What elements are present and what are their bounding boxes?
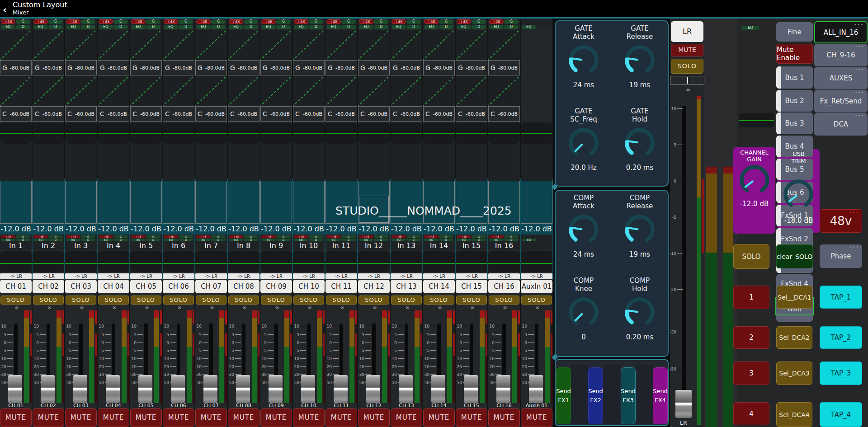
channel-mute-button[interactable]: MUTE (391, 408, 422, 427)
comp-release-knob[interactable] (623, 210, 657, 249)
comp-threshold-box[interactable]: C-60.0dB (98, 106, 129, 122)
tap-1-button[interactable]: TAP_1 (820, 286, 862, 309)
channel-gain-knob[interactable] (733, 163, 775, 199)
channel-solo-button[interactable]: SOLO (0, 296, 31, 305)
gate-pill[interactable]: G (244, 19, 258, 24)
eq-thumbnail-small[interactable] (521, 251, 552, 272)
gate-pill[interactable]: G (309, 19, 323, 24)
gate-pill[interactable]: G (48, 19, 63, 24)
master-fader-track[interactable] (682, 106, 686, 418)
eq-thumbnail-small[interactable] (0, 251, 32, 272)
gate-threshold-box[interactable]: G-80.0dB (326, 60, 357, 75)
channel-fader-handle[interactable] (269, 375, 283, 403)
channel-solo-button[interactable]: SOLO (456, 296, 487, 305)
channel-mute-button[interactable]: MUTE (423, 408, 455, 427)
channel-select-button[interactable]: CH 04 (98, 280, 129, 293)
comp-curve-display[interactable] (391, 76, 422, 106)
eq-thumbnail-small[interactable] (260, 251, 292, 272)
eq-thumbnail-small[interactable] (358, 251, 390, 272)
channel-select-button[interactable]: CH 07 (195, 280, 227, 293)
gate-threshold-box[interactable]: G-80.0dB (293, 60, 325, 75)
gain-display-box[interactable] (228, 181, 259, 224)
dynamics-pill[interactable]: D (472, 25, 486, 29)
channel-select-button[interactable]: CH 14 (423, 280, 455, 293)
eq-pill[interactable]: EQ (741, 26, 760, 30)
eq-pill[interactable]: EQ (196, 25, 211, 29)
channel-mute-button[interactable]: MUTE (260, 408, 292, 427)
channel-fader-handle[interactable] (106, 375, 120, 403)
channel-fader-handle[interactable] (171, 375, 185, 403)
phantom-48v-pill[interactable]: +48 (392, 19, 406, 24)
gate-pill[interactable]: G (146, 19, 160, 24)
channel-solo-button[interactable]: SOLO (424, 296, 454, 305)
eq-thumbnail[interactable] (326, 122, 357, 144)
eq-pill[interactable]: EQ (359, 25, 373, 29)
gate-hold-knob[interactable] (623, 123, 657, 162)
gate-sc-freq-knob[interactable] (566, 123, 601, 162)
channel-mute-button[interactable]: MUTE (163, 408, 194, 427)
channel-solo-button[interactable]: SOLO (228, 296, 259, 305)
channel-select-button[interactable]: CH 13 (391, 280, 422, 293)
tap-2-button[interactable]: TAP_2 (820, 326, 862, 349)
eq-thumbnail-small[interactable] (163, 251, 194, 272)
eq-pill[interactable]: EQ (424, 25, 439, 29)
comp-curve-display[interactable] (358, 76, 390, 106)
phantom-48v-pill[interactable]: +48 (489, 19, 504, 24)
channel-solo-button[interactable]: SOLO (359, 296, 389, 305)
eq-thumbnail-small[interactable] (130, 251, 162, 272)
gain-display-box[interactable] (130, 181, 162, 224)
channel-select-button[interactable]: CH 16 (488, 280, 520, 293)
gate-curve-display[interactable] (293, 30, 325, 60)
channel-solo-button[interactable]: SOLO (98, 296, 129, 305)
eq-thumbnail-small[interactable] (293, 251, 325, 272)
master-pan-slider[interactable] (670, 76, 704, 84)
channel-select-button[interactable]: CH 12 (358, 280, 390, 293)
sel-dca2-button[interactable]: Sel_DCA2 (776, 326, 812, 349)
comp-curve-display[interactable] (456, 76, 487, 106)
gate-curve-display[interactable] (358, 30, 390, 60)
gate-threshold-box[interactable]: G-80.0dB (358, 60, 390, 75)
gate-pill[interactable]: G (276, 19, 291, 24)
channel-fader-handle[interactable] (529, 375, 543, 403)
channel-solo-button[interactable]: SOLO (293, 296, 324, 305)
layer-all-in-16-button[interactable]: ALL_IN_16••• (814, 21, 868, 43)
comp-curve-display[interactable] (130, 76, 162, 106)
eq-pill[interactable]: EQ (131, 25, 146, 29)
gate-curve-display[interactable] (98, 30, 129, 60)
eq-pill[interactable]: EQ (164, 25, 178, 29)
gate-threshold-box[interactable]: G-80.0dB (0, 60, 32, 75)
gate-curve-display[interactable] (521, 30, 552, 60)
comp-threshold-box[interactable]: C-60.0dB (358, 106, 390, 122)
eq-thumbnail[interactable] (423, 122, 455, 144)
channel-fader-handle[interactable] (236, 375, 250, 403)
sel-dca4-button[interactable]: Sel_DCA4 (776, 402, 812, 427)
gate-threshold-box[interactable]: G-80.0dB (456, 60, 487, 75)
channel-select-button[interactable]: CH 11 (326, 280, 357, 293)
phantom-48v-pill[interactable]: +48 (359, 19, 373, 24)
comp-threshold-box[interactable]: C-60.0dB (195, 106, 227, 122)
select-solo-button[interactable]: SOLO (733, 244, 769, 269)
eq-thumbnail[interactable] (293, 122, 325, 144)
comp-curve-display[interactable] (228, 76, 259, 106)
channel-mute-button[interactable]: MUTE (130, 408, 162, 427)
phantom-48v-button[interactable]: 48v••• (820, 209, 862, 233)
eq-pill[interactable]: EQ (261, 25, 276, 29)
send-fx4-button[interactable]: SendFX4 (653, 367, 668, 424)
eq-thumbnail[interactable] (195, 122, 227, 144)
phantom-48v-pill[interactable]: +48 (424, 19, 439, 24)
channel-mute-button[interactable]: MUTE (228, 408, 259, 427)
eq-thumbnail-small[interactable] (65, 251, 97, 272)
gate-curve-display[interactable] (65, 30, 97, 60)
gain-display-box[interactable] (260, 181, 292, 224)
channel-fader-handle[interactable] (8, 375, 22, 403)
eq-thumbnail[interactable] (521, 122, 552, 144)
channel-solo-button[interactable]: SOLO (33, 296, 64, 305)
eq-thumbnail-small[interactable] (391, 251, 422, 272)
channel-fader-handle[interactable] (464, 375, 478, 403)
bus-2-button[interactable]: Bus 2 (776, 90, 813, 112)
gate-curve-display[interactable] (163, 30, 194, 60)
channel-select-button[interactable]: CH 10 (293, 280, 325, 293)
phantom-48v-pill[interactable]: +48 (457, 19, 471, 24)
comp-curve-display[interactable] (293, 76, 325, 106)
layer-fx-ret-send-button[interactable]: Fx_Ret/Send••• (814, 90, 868, 113)
